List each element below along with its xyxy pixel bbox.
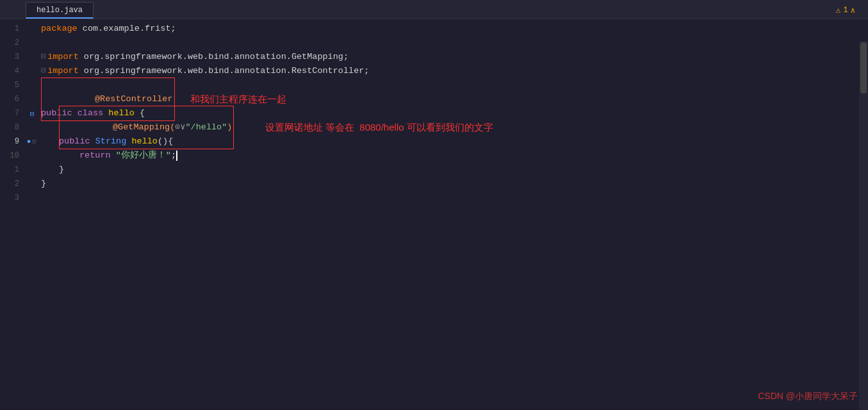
keyword-import-1: import [47,50,84,64]
indent-11 [41,163,59,177]
fold-marker-4: ⊟ [41,64,46,78]
icon-8: ⊙∨ [175,122,185,132]
mapping-path: "/hello" [186,122,227,132]
paren-close-8: ) [227,122,232,132]
line-num-11: 1 [0,163,19,177]
indent-10 [41,149,79,163]
code-line-10: return "你好小唐！" ; [41,149,868,163]
line-num-12: 2 [0,177,19,191]
method-name-9: hello [131,135,158,149]
gutter-12 [26,177,38,191]
close-brace-11: } [59,163,64,177]
watermark: CSDN @小唐同学大呆子 [758,391,858,402]
code-line-9: public String hello (){ [41,135,868,149]
code-line-1: package com.example.frist; [41,22,868,36]
gutter-5 [26,78,38,92]
gutter-6 [26,92,38,106]
gutter-3 [26,50,38,64]
fold-marker-3: ⊟ [41,50,46,64]
line-num-2: 2 [0,36,19,50]
line-num-8: 8 [0,120,19,135]
import-1: org.springframework.web.bind.annotation.… [84,50,348,64]
line-numbers: 1 2 3 4 5 6 7 8 9 10 1 2 3 [0,19,26,407]
scrollbar-thumb[interactable] [860,42,867,94]
keyword-package: package [41,22,83,36]
code-line-13 [41,191,868,205]
code-line-4: ⊟ import org.springframework.web.bind.an… [41,64,868,78]
gutter-4 [26,64,38,78]
line-num-4: 4 [0,64,19,78]
line-num-6: 6 [0,92,19,106]
tab-label: hello.java [37,6,83,15]
keyword-public-9: public [59,135,95,149]
line-num-7: 7 [0,106,19,120]
semicolon-10: ; [171,149,176,163]
warning-icon: ⚠ [836,5,841,15]
line-num-10: 10 [0,149,19,163]
vertical-scrollbar[interactable] [859,41,868,410]
editor-container: hello.java ⚠ 1 ∧ 1 2 3 4 5 6 7 8 9 10 1 … [0,0,868,410]
code-content[interactable]: package com.example.frist; ⊟ import org.… [38,19,868,407]
spacer-8 [244,120,265,135]
keyword-import-2: import [47,64,84,78]
gutter: ⊟ ● ⊟ [26,19,38,407]
line-num-9: 9 [0,135,19,149]
text-cursor [176,151,177,161]
indent-9 [41,135,59,149]
indent-8 [41,120,59,135]
code-line-8: @GetMapping(⊙∨"/hello") 设置网诺地址 等会在 8080/… [41,120,868,135]
type-string-9: String [95,135,132,149]
line-num-5: 5 [0,78,19,92]
tab-bar: hello.java ⚠ 1 ∧ [0,0,868,19]
gutter-7: ⊟ [26,106,38,120]
spacer-6 [180,92,190,106]
gutter-11 [26,163,38,177]
comment-6: 和我们主程序连在一起 [190,92,286,106]
comment-8: 设置网诺地址 等会在 8080/hello 可以看到我们的文字 [265,120,493,135]
code-line-11: } [41,163,868,177]
code-area: 1 2 3 4 5 6 7 8 9 10 1 2 3 ⊟ [0,19,868,407]
import-2: org.springframework.web.bind.annotation.… [84,64,370,78]
method-parens-9: (){ [158,135,173,149]
package-name: com.example.frist; [83,22,176,36]
gutter-2 [26,36,38,50]
active-tab[interactable]: hello.java [26,2,94,19]
gutter-13 [26,191,38,205]
string-value-10: "你好小唐！" [116,149,171,163]
gutter-8 [26,120,38,135]
line-num-1: 1 [0,22,19,36]
gutter-10 [26,149,38,163]
collapse-icon: ∧ [851,6,855,15]
code-line-3: ⊟ import org.springframework.web.bind.an… [41,50,868,64]
warning-badge: ⚠ 1 ∧ [836,5,855,15]
close-brace-12: } [41,177,46,191]
code-line-2 [41,36,868,50]
annotation-text-6: @RestController [95,94,173,104]
line-num-3: 3 [0,50,19,64]
code-line-12: } [41,177,868,191]
warning-count: 1 [844,6,848,15]
keyword-return-10: return [79,149,116,163]
code-line-6: @RestController 和我们主程序连在一起 [41,92,868,106]
gutter-1 [26,22,38,36]
at-getmapping: @GetMapping( [113,122,175,132]
line-num-13: 3 [0,191,19,205]
gutter-9: ● ⊟ [26,135,38,149]
